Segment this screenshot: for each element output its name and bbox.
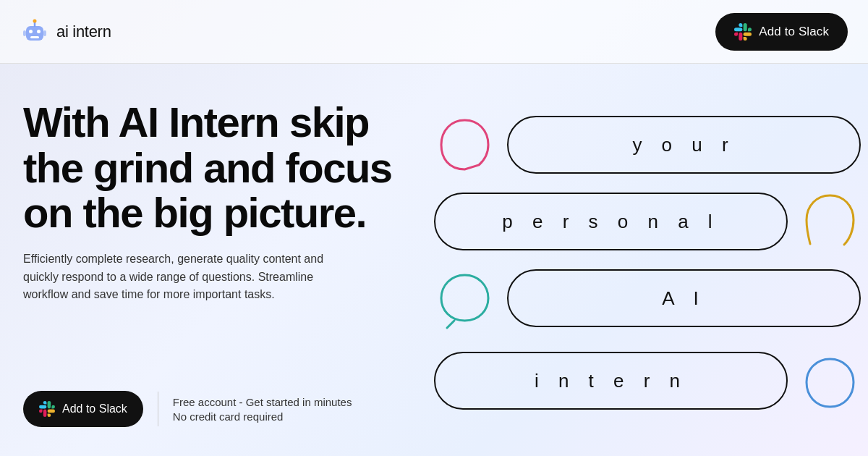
svg-rect-2 xyxy=(37,30,41,33)
right-panel: y o u r p e r s o n a l xyxy=(434,64,868,456)
add-to-slack-bottom-label: Add to Slack xyxy=(62,402,127,415)
hero-title: With AI Intern skip the grind and focus … xyxy=(23,100,434,236)
pill-word-intern: i n t e r n xyxy=(535,370,687,392)
free-account-line1: Free account - Get started in minutes xyxy=(173,396,352,408)
left-panel: With AI Intern skip the grind and focus … xyxy=(0,64,434,456)
pill-personal: p e r s o n a l xyxy=(434,193,788,250)
svg-rect-6 xyxy=(23,30,26,36)
blob-blue xyxy=(799,349,861,413)
blob-teal xyxy=(434,266,495,330)
free-account-line2: No credit card required xyxy=(173,410,352,423)
logo-text: ai intern xyxy=(56,22,111,41)
add-to-slack-bottom-button[interactable]: Add to Slack xyxy=(23,391,143,427)
word-row-2: p e r s o n a l xyxy=(434,190,861,253)
slack-icon xyxy=(734,23,752,41)
hero-subtitle: Efficiently complete research, generate … xyxy=(23,250,356,304)
slack-icon-bottom xyxy=(39,401,55,417)
hero-section: With AI Intern skip the grind and focus … xyxy=(23,100,434,304)
word-row-3: A I xyxy=(434,266,861,330)
svg-point-5 xyxy=(33,19,37,22)
pill-word-ai: A I xyxy=(662,287,705,310)
blob-yellow xyxy=(799,190,861,253)
pill-word-your: y o u r xyxy=(632,134,735,156)
cta-divider xyxy=(158,392,158,426)
word-row-1: y o u r xyxy=(434,113,861,177)
svg-rect-1 xyxy=(29,30,33,33)
word-grid: y o u r p e r s o n a l xyxy=(434,113,868,407)
logo-area: ai intern xyxy=(20,17,111,46)
svg-rect-3 xyxy=(30,36,39,38)
logo-icon xyxy=(20,17,49,46)
pill-your: y o u r xyxy=(507,116,861,174)
pill-word-personal: p e r s o n a l xyxy=(502,211,719,233)
bottom-cta: Add to Slack Free account - Get started … xyxy=(23,391,434,427)
add-to-slack-header-label: Add to Slack xyxy=(759,25,829,39)
svg-rect-7 xyxy=(43,30,46,36)
pill-intern: i n t e r n xyxy=(434,352,788,410)
word-row-4: i n t e r n xyxy=(434,349,861,413)
header: ai intern Add to Slack xyxy=(0,0,868,64)
pill-ai: A I xyxy=(507,269,861,327)
add-to-slack-header-button[interactable]: Add to Slack xyxy=(715,13,848,51)
main-content: With AI Intern skip the grind and focus … xyxy=(0,64,868,456)
free-account-info: Free account - Get started in minutes No… xyxy=(173,396,352,423)
blob-pink xyxy=(434,113,495,177)
